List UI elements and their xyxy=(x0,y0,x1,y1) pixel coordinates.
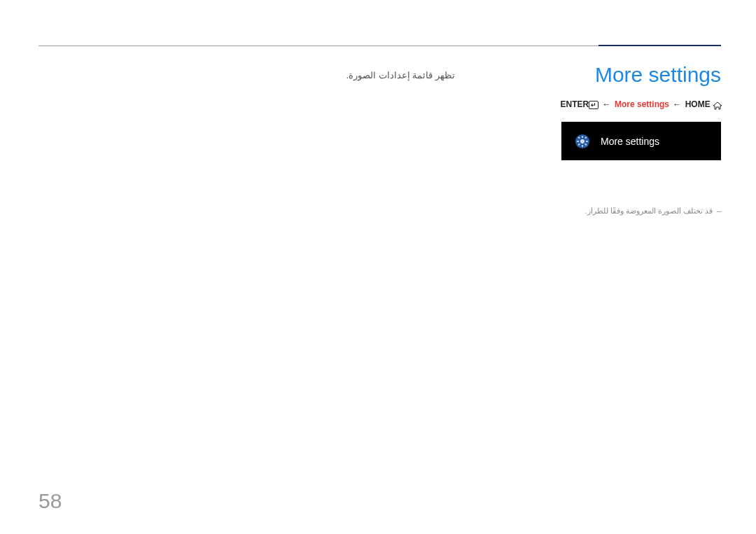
breadcrumb-highlight: More settings xyxy=(615,99,669,109)
note-dash: – xyxy=(717,206,721,215)
description-text: تظهر قائمة إعدادات الصورة. xyxy=(245,70,455,80)
page-container: تظهر قائمة إعدادات الصورة. More settings… xyxy=(0,0,756,534)
note-body: قد تختلف الصورة المعروضة وفقًا للطراز. xyxy=(584,206,712,215)
svg-rect-3 xyxy=(582,145,583,147)
breadcrumb-home-label: HOME xyxy=(685,99,710,109)
svg-point-1 xyxy=(580,139,584,143)
page-number: 58 xyxy=(38,489,62,513)
top-border-accent xyxy=(598,45,721,46)
breadcrumb-arrow-2: ← xyxy=(673,99,681,109)
svg-rect-2 xyxy=(582,136,583,138)
enter-icon: ↵ xyxy=(589,101,598,109)
breadcrumb: ENTER↵ ← More settings ← HOME xyxy=(441,99,721,109)
note-text: – قد تختلف الصورة المعروضة وفقًا للطراز. xyxy=(584,206,721,216)
breadcrumb-arrow-1: ← xyxy=(603,99,611,109)
menu-more-settings[interactable]: More settings xyxy=(561,122,721,160)
svg-rect-4 xyxy=(577,141,579,142)
content-area: More settings ENTER↵ ← More settings ← H… xyxy=(441,63,721,160)
menu-label: More settings xyxy=(601,136,659,147)
svg-rect-5 xyxy=(586,141,588,142)
home-icon xyxy=(713,101,721,108)
section-title: More settings xyxy=(441,63,721,87)
breadcrumb-enter-label: ENTER xyxy=(561,99,589,109)
gear-icon xyxy=(574,133,591,150)
